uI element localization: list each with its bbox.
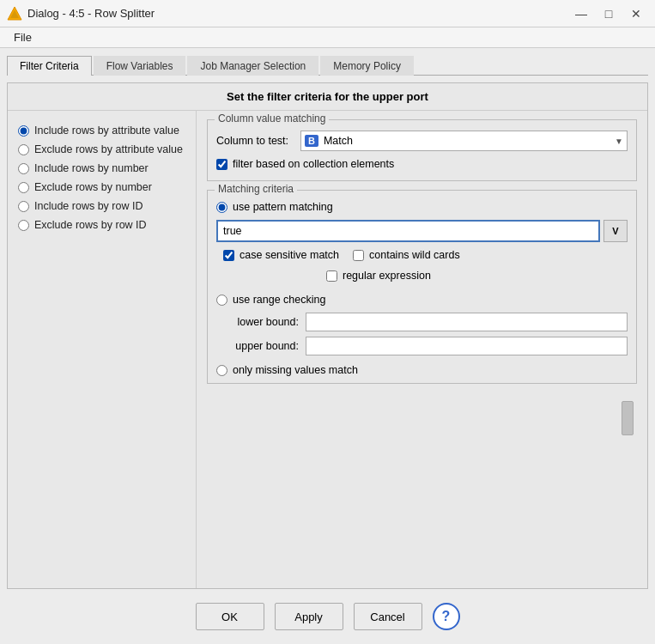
pattern-input-row: V <box>216 220 628 242</box>
row-filter-options: Include rows by attribute value Exclude … <box>18 125 185 231</box>
regular-expression-checkbox[interactable] <box>326 270 337 282</box>
tab-job-manager[interactable]: Job Manager Selection <box>187 56 318 76</box>
radio-include-attr[interactable]: Include rows by attribute value <box>18 125 185 137</box>
radio-include-rowid[interactable]: Include rows by row ID <box>18 200 185 212</box>
minimize-button[interactable]: — <box>569 4 593 23</box>
close-button[interactable]: ✕ <box>624 4 648 23</box>
case-sensitive-checkbox[interactable] <box>223 250 234 261</box>
upper-bound-input[interactable] <box>306 337 628 355</box>
v-button[interactable]: V <box>603 220 628 242</box>
filter-collection-checkbox[interactable] <box>216 159 227 170</box>
filter-panel-title: Set the filter criteria for the upper po… <box>8 83 647 111</box>
matching-criteria-group: Matching criteria use pattern matching V <box>207 190 637 384</box>
column-value-matching-legend: Column value matching <box>215 112 329 125</box>
filter-collection-label: filter based on collection elements <box>233 158 394 170</box>
menu-file[interactable]: File <box>7 29 39 46</box>
options-row-2: regular expression <box>216 270 628 285</box>
maximize-button[interactable]: □ <box>597 4 621 23</box>
dropdown-arrow-icon: ▼ <box>615 137 623 146</box>
filter-collection-row[interactable]: filter based on collection elements <box>216 158 628 170</box>
regular-expression-row[interactable]: regular expression <box>326 270 431 282</box>
use-range-row[interactable]: use range checking <box>216 294 628 306</box>
right-panel: Column value matching Column to test: B … <box>197 111 647 588</box>
pattern-input[interactable] <box>216 220 600 242</box>
upper-bound-row: upper bound: <box>216 337 628 355</box>
title-bar-controls: — □ ✕ <box>569 4 648 23</box>
title-bar: Dialog - 4:5 - Row Splitter — □ ✕ <box>0 0 655 27</box>
regular-expression-label: regular expression <box>343 270 431 282</box>
filter-body: Include rows by attribute value Exclude … <box>8 111 647 588</box>
lower-bound-label: lower bound: <box>230 316 299 328</box>
upper-bound-label: upper bound: <box>230 340 299 352</box>
column-value-matching-group: Column value matching Column to test: B … <box>207 119 637 181</box>
left-panel: Include rows by attribute value Exclude … <box>8 111 197 588</box>
only-missing-label: only missing values match <box>233 364 358 376</box>
radio-include-number[interactable]: Include rows by number <box>18 162 185 174</box>
menu-bar: File <box>0 27 655 48</box>
apply-button[interactable]: Apply <box>275 603 343 630</box>
case-sensitive-row[interactable]: case sensitive match <box>223 249 339 261</box>
use-range-label: use range checking <box>233 294 325 306</box>
col-test-row: Column to test: B Match ▼ <box>216 131 628 151</box>
column-select-dropdown[interactable]: B Match ▼ <box>300 131 628 151</box>
filter-panel: Set the filter criteria for the upper po… <box>7 82 648 589</box>
lower-bound-row: lower bound: <box>216 313 628 331</box>
dialog-body: Set the filter criteria for the upper po… <box>7 82 648 637</box>
contains-wildcards-checkbox[interactable] <box>353 250 364 261</box>
radio-exclude-number[interactable]: Exclude rows by number <box>18 181 185 193</box>
use-pattern-label: use pattern matching <box>233 201 333 213</box>
use-range-radio[interactable] <box>216 295 227 306</box>
options-row-1: case sensitive match contains wild cards <box>216 249 628 264</box>
title-bar-left: Dialog - 4:5 - Row Splitter <box>7 6 155 21</box>
case-sensitive-label: case sensitive match <box>240 249 339 261</box>
scroll-thumb[interactable] <box>622 401 634 435</box>
tab-flow-variables[interactable]: Flow Variables <box>94 56 186 76</box>
tab-memory-policy[interactable]: Memory Policy <box>320 56 414 76</box>
use-pattern-radio[interactable] <box>216 202 227 213</box>
tab-filter-criteria[interactable]: Filter Criteria <box>7 56 92 76</box>
radio-exclude-rowid[interactable]: Exclude rows by row ID <box>18 219 185 231</box>
knime-logo-icon <box>7 6 22 21</box>
bottom-bar: OK Apply Cancel ? <box>7 596 648 637</box>
matching-criteria-legend: Matching criteria <box>215 183 297 195</box>
col-test-label: Column to test: <box>216 135 294 147</box>
ok-button[interactable]: OK <box>196 603 264 630</box>
tabs: Filter Criteria Flow Variables Job Manag… <box>7 55 648 76</box>
help-button[interactable]: ? <box>433 603 460 630</box>
only-missing-radio[interactable] <box>216 365 227 376</box>
radio-exclude-attr[interactable]: Exclude rows by attribute value <box>18 143 185 155</box>
column-select-text: Match <box>324 135 615 147</box>
column-badge: B <box>305 135 318 147</box>
use-pattern-radio-row[interactable]: use pattern matching <box>216 201 628 213</box>
contains-wildcards-label: contains wild cards <box>369 249 460 261</box>
lower-bound-input[interactable] <box>306 313 628 331</box>
scroll-area <box>207 384 637 439</box>
cancel-button[interactable]: Cancel <box>354 603 422 630</box>
contains-wildcards-row[interactable]: contains wild cards <box>353 249 460 261</box>
title-bar-title: Dialog - 4:5 - Row Splitter <box>27 7 155 20</box>
main-container: Filter Criteria Flow Variables Job Manag… <box>0 48 655 644</box>
only-missing-row[interactable]: only missing values match <box>216 364 628 376</box>
